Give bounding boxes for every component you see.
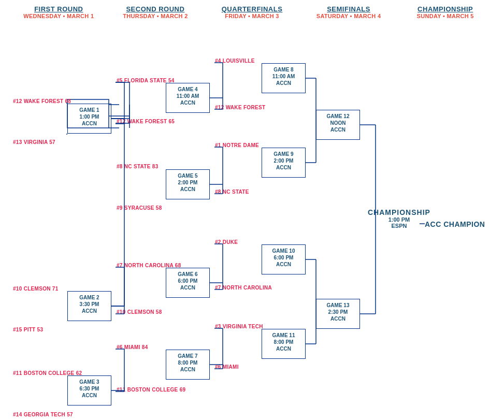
bracket-area: #12 WAKE FOREST 68 GAME 1 1:00 PM ACCN #…	[5, 24, 504, 420]
round-date-5: SUNDAY • MARCH 5	[404, 13, 487, 19]
round-title-5: CHAMPIONSHIP	[404, 5, 487, 13]
game9-box: GAME 9 2:00 PM ACCN	[262, 148, 306, 178]
game12-box: GAME 12 NOON ACCN	[316, 110, 360, 140]
championship-area: CHAMPIONSHIP 1:00 PM ESPN	[368, 208, 430, 229]
qf-team2: #12 WAKE FOREST	[215, 105, 265, 110]
round-date-4: SATURDAY • MARCH 4	[307, 13, 390, 19]
game3-info: GAME 3 6:30 PM ACCN	[68, 376, 111, 399]
round-header-4: SEMIFINALS SATURDAY • MARCH 4	[307, 5, 390, 19]
qf-team1: #4 LOUISVILLE	[215, 58, 255, 64]
game3-box: GAME 3 6:30 PM ACCN	[67, 375, 111, 405]
qf-team8: #6 MIAMI	[215, 364, 239, 370]
game9-info: GAME 9 2:00 PM ACCN	[262, 148, 305, 171]
r1-team6: #14 GEORGIA TECH 57	[13, 412, 73, 417]
game8-box: GAME 8 11:00 AM ACCN	[262, 63, 306, 93]
game10-box: GAME 10 6:00 PM ACCN	[262, 244, 306, 274]
game13-info: GAME 13 2:30 PM ACCN	[316, 299, 359, 322]
r1-team3: #10 CLEMSON 71	[13, 286, 59, 292]
round-title-2: SECOND ROUND	[114, 5, 197, 13]
game4-info: GAME 4 11:00 AM ACCN	[166, 83, 209, 106]
round-date-1: WEDNESDAY • MARCH 1	[17, 13, 100, 19]
round-header-2: SECOND ROUND THURSDAY • MARCH 2	[114, 5, 197, 19]
acc-champion: ACC CHAMPION	[425, 220, 485, 228]
game6-info: GAME 6 6:00 PM ACCN	[166, 268, 209, 291]
round-date-2: THURSDAY • MARCH 2	[114, 13, 197, 19]
round-date-3: FRIDAY • MARCH 3	[210, 13, 293, 19]
rounds-header: FIRST ROUND WEDNESDAY • MARCH 1 SECOND R…	[5, 5, 499, 19]
r2-team3: #8 NC STATE 83	[117, 164, 159, 169]
round-header-3: QUARTERFINALS FRIDAY • MARCH 3	[210, 5, 293, 19]
game12-info: GAME 12 NOON ACCN	[316, 110, 359, 133]
game13-box: GAME 13 2:30 PM ACCN	[316, 299, 360, 329]
game5-box: GAME 5 2:00 PM ACCN	[166, 169, 210, 199]
championship-time: 1:00 PM	[368, 216, 430, 223]
game2-info: GAME 2 3:30 PM ACCN	[68, 292, 111, 314]
qf-team4: #8 NC STATE	[215, 189, 249, 195]
r2-team7: #6 MIAMI 84	[117, 344, 148, 350]
round-header-5: CHAMPIONSHIP SUNDAY • MARCH 5	[404, 5, 487, 19]
round-title-4: SEMIFINALS	[307, 5, 390, 13]
qf-team3: #1 NOTRE DAME	[215, 142, 259, 148]
game10-info: GAME 10 6:00 PM ACCN	[262, 245, 305, 268]
game8-info: GAME 8 11:00 AM ACCN	[262, 64, 305, 86]
qf-team5: #2 DUKE	[215, 239, 238, 245]
championship-network: ESPN	[368, 223, 430, 229]
round-header-1: FIRST ROUND WEDNESDAY • MARCH 1	[17, 5, 100, 19]
r1-team4: #15 PITT 53	[13, 327, 43, 332]
game7-box: GAME 7 8:00 PM ACCN	[166, 350, 210, 380]
r1-team2: #13 VIRGINIA 57	[13, 139, 55, 145]
game11-box: GAME 11 8:00 PM ACCN	[262, 329, 306, 359]
qf-team7: #3 VIRGINIA TECH	[215, 324, 263, 329]
game7-info: GAME 7 8:00 PM ACCN	[166, 350, 209, 373]
qf-team6: #7 NORTH CAROLINA	[215, 285, 272, 291]
game1-info: GAME 1 1:00 PM ACCN	[68, 104, 111, 127]
r2-team6: #10 CLEMSON 58	[117, 309, 162, 315]
r1-team1: #12 WAKE FOREST 68	[13, 98, 71, 104]
round-title-3: QUARTERFINALS	[210, 5, 293, 13]
bracket-container: FIRST ROUND WEDNESDAY • MARCH 1 SECOND R…	[0, 0, 504, 420]
r2-team8: #11 BOSTON COLLEGE 69	[117, 387, 185, 393]
game5-info: GAME 5 2:00 PM ACCN	[166, 170, 209, 193]
game11-info: GAME 11 8:00 PM ACCN	[262, 329, 305, 352]
championship-title: CHAMPIONSHIP	[368, 208, 430, 216]
game2-box: GAME 2 3:30 PM ACCN	[67, 291, 111, 321]
game6-box: GAME 6 6:00 PM ACCN	[166, 268, 210, 298]
r2-team4: #9 SYRACUSE 58	[117, 205, 162, 211]
game1-box: GAME 1 1:00 PM ACCN	[67, 104, 111, 134]
r2-team2: #12 WAKE FOREST 65	[117, 119, 175, 124]
round-title-1: FIRST ROUND	[17, 5, 100, 13]
game4-box: GAME 4 11:00 AM ACCN	[166, 83, 210, 113]
